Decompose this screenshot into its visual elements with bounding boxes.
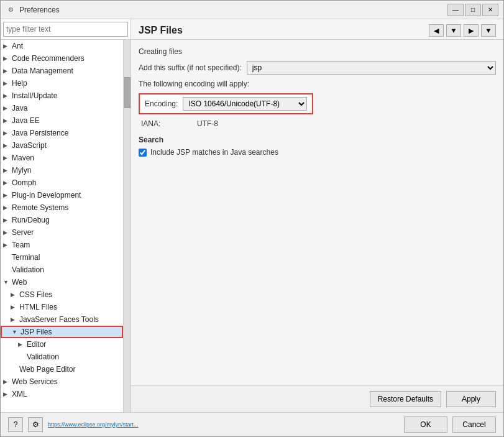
- sidebar-item-java-persistence[interactable]: ▶ Java Persistence: [1, 127, 123, 139]
- sidebar-item-mylyn[interactable]: ▶ Mylyn: [1, 164, 123, 177]
- sidebar-item-ant[interactable]: ▶ Ant: [1, 40, 123, 52]
- sidebar-item-label: Oomph: [12, 178, 36, 187]
- apply-button[interactable]: Apply: [446, 391, 496, 407]
- arrow-icon: ▶: [3, 379, 11, 385]
- cancel-button[interactable]: Cancel: [452, 416, 496, 433]
- footer-right: OK Cancel: [404, 416, 496, 433]
- sidebar-item-label: Terminal: [12, 253, 40, 262]
- main-panel: JSP Files ◀ ▼ ▶ ▼: [131, 19, 503, 412]
- arrow-icon: [18, 354, 25, 360]
- sidebar-item-label: Remote Systems: [12, 203, 68, 212]
- sidebar-item-label: Validation: [27, 352, 59, 361]
- sidebar-item-label: Team: [12, 241, 30, 249]
- sidebar-item-label: JavaScript: [12, 141, 47, 150]
- suffix-select[interactable]: jsp: [247, 61, 496, 75]
- sidebar-item-css-files[interactable]: ▶ CSS Files: [1, 288, 123, 301]
- jsp-search-checkbox[interactable]: [139, 149, 147, 157]
- sidebar-item-oomph[interactable]: ▶ Oomph: [1, 177, 123, 189]
- sidebar-item-team[interactable]: ▶ Team: [1, 239, 123, 251]
- sidebar-item-data-management[interactable]: ▶ Data Management: [1, 65, 123, 77]
- sidebar-item-install-update[interactable]: ▶ Install/Update: [1, 90, 123, 102]
- arrow-icon: ▶: [3, 229, 11, 236]
- sidebar-item-label: Web: [12, 278, 27, 287]
- close-button[interactable]: ✕: [482, 4, 498, 16]
- sidebar-item-remote-systems[interactable]: ▶ Remote Systems: [1, 201, 123, 214]
- page-title: JSP Files: [139, 25, 183, 36]
- sidebar-item-web[interactable]: ▼ Web: [1, 276, 123, 288]
- sidebar-item-label: Server: [12, 228, 34, 237]
- sidebar-item-xml[interactable]: ▶ XML: [1, 388, 123, 400]
- jsp-search-label: Include JSP matches in Java searches: [150, 148, 278, 157]
- nav-back-button[interactable]: ◀: [429, 24, 444, 37]
- sidebar-item-editor[interactable]: ▶ Editor: [1, 338, 123, 351]
- scrollbar-thumb[interactable]: [124, 77, 131, 108]
- sidebar-scroll-wrapper: ▶ Ant ▶ Code Recommenders ▶ Data Managem…: [1, 40, 131, 412]
- sidebar-item-java[interactable]: ▶ Java: [1, 102, 123, 114]
- sidebar-item-label: JSP Files: [21, 328, 52, 336]
- sidebar-item-help[interactable]: ▶ Help: [1, 77, 123, 90]
- sidebar-item-label: HTML Files: [19, 303, 57, 311]
- sidebar-scrollbar[interactable]: [123, 40, 131, 412]
- search-input[interactable]: [3, 22, 128, 37]
- nav-controls: ◀ ▼ ▶ ▼: [429, 24, 496, 37]
- sidebar-item-code-recommenders[interactable]: ▶ Code Recommenders: [1, 52, 123, 65]
- arrow-icon: ▶: [3, 130, 11, 136]
- bottom-bar: Restore Defaults Apply: [131, 385, 503, 412]
- sidebar-item-javaserver-faces[interactable]: ▶ JavaServer Faces Tools: [1, 313, 123, 326]
- settings-button[interactable]: ⚙: [28, 417, 43, 432]
- sidebar-item-label: JavaServer Faces Tools: [19, 315, 99, 324]
- ok-button[interactable]: OK: [404, 416, 447, 433]
- arrow-icon: ▶: [11, 292, 18, 298]
- sidebar-item-java-ee[interactable]: ▶ Java EE: [1, 114, 123, 127]
- sidebar-item-label: Web Page Editor: [19, 365, 76, 374]
- sidebar-item-label: Install/Update: [12, 91, 57, 100]
- sidebar-item-label: Plug-in Development: [12, 191, 81, 200]
- arrow-icon: ▶: [3, 142, 11, 149]
- sidebar-item-label: Help: [12, 79, 27, 88]
- minimize-button[interactable]: —: [447, 4, 464, 16]
- sidebar-item-label: Code Recommenders: [12, 54, 85, 63]
- nav-forward-dropdown-button[interactable]: ▼: [481, 24, 496, 37]
- sidebar-item-terminal[interactable]: Terminal: [1, 251, 123, 264]
- arrow-icon: ▶: [3, 68, 11, 74]
- arrow-icon: ▶: [3, 105, 11, 111]
- footer-link[interactable]: https://www.eclipse.org/mylyn/start...: [48, 421, 139, 428]
- iana-value: UTF-8: [197, 119, 218, 128]
- sidebar-item-label: Maven: [12, 154, 34, 162]
- sidebar-item-jsp-files[interactable]: ▼ JSP Files: [1, 326, 123, 338]
- sidebar-item-html-files[interactable]: ▶ HTML Files: [1, 301, 123, 313]
- sidebar-item-validation-child[interactable]: Validation: [1, 351, 123, 363]
- sidebar-item-label: CSS Files: [19, 290, 52, 299]
- arrow-icon: ▶: [3, 167, 11, 173]
- sidebar-item-server[interactable]: ▶ Server: [1, 226, 123, 239]
- search-section: Search Include JSP matches in Java searc…: [139, 136, 496, 157]
- main-content: Creating files Add this suffix (if not s…: [131, 40, 503, 385]
- window-controls: — □ ✕: [447, 4, 498, 16]
- sidebar-item-label: Java: [12, 104, 27, 113]
- sidebar: ▶ Ant ▶ Code Recommenders ▶ Data Managem…: [1, 19, 131, 412]
- sidebar-item-validation[interactable]: Validation: [1, 264, 123, 276]
- arrow-icon: ▶: [3, 180, 11, 186]
- sidebar-item-label: Data Management: [12, 67, 73, 75]
- suffix-label: Add this suffix (if not specified):: [139, 63, 242, 72]
- arrow-icon: ▶: [18, 341, 25, 347]
- encoding-select[interactable]: ISO 10646/Unicode(UTF-8): [183, 97, 307, 111]
- restore-defaults-button[interactable]: Restore Defaults: [370, 391, 441, 407]
- maximize-button[interactable]: □: [465, 4, 481, 16]
- sidebar-item-run-debug[interactable]: ▶ Run/Debug: [1, 214, 123, 226]
- sidebar-item-javascript[interactable]: ▶ JavaScript: [1, 139, 123, 152]
- sidebar-item-plugin-development[interactable]: ▶ Plug-in Development: [1, 189, 123, 201]
- sidebar-item-web-services[interactable]: ▶ Web Services: [1, 375, 123, 388]
- help-button[interactable]: ?: [8, 417, 23, 432]
- arrow-icon: ▶: [3, 117, 11, 124]
- settings-icon: ⚙: [32, 420, 39, 429]
- sidebar-item-maven[interactable]: ▶ Maven: [1, 152, 123, 164]
- nav-dropdown-button[interactable]: ▼: [446, 24, 461, 37]
- nav-forward-button[interactable]: ▶: [464, 24, 479, 37]
- footer-left: ? ⚙ https://www.eclipse.org/mylyn/start.…: [8, 417, 139, 432]
- sidebar-item-web-page-editor[interactable]: Web Page Editor: [1, 363, 123, 375]
- arrow-icon: [3, 267, 11, 273]
- creating-files-label: Creating files: [139, 47, 496, 56]
- iana-label: IANA:: [141, 119, 185, 128]
- sidebar-item-label: Mylyn: [12, 166, 31, 175]
